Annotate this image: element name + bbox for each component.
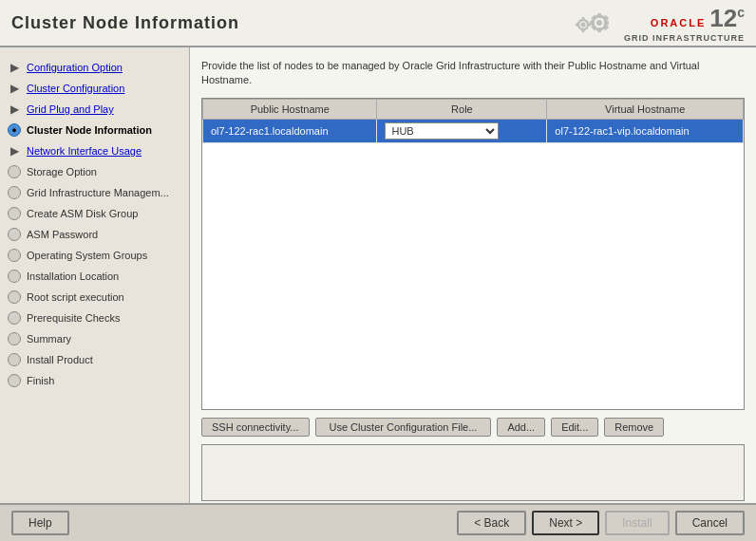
sidebar-item-cluster-configuration[interactable]: ▶ Cluster Configuration <box>0 78 189 99</box>
svg-rect-13 <box>582 28 585 32</box>
nodes-table-container[interactable]: Public Hostname Role Virtual Hostname ol… <box>201 98 745 410</box>
sidebar-item-operating-system-groups: Operating System Groups <box>0 245 189 266</box>
step-indicator-12 <box>8 311 21 325</box>
use-cluster-config-button[interactable]: Use Cluster Configuration File... <box>315 418 492 437</box>
edit-button[interactable]: Edit... <box>551 418 598 437</box>
grid-infrastructure-label: GRID INFRASTRUCTURE <box>624 33 745 43</box>
svg-rect-15 <box>587 24 591 27</box>
sidebar-item-root-script-execution: Root script execution <box>0 287 189 308</box>
cancel-button[interactable]: Cancel <box>675 511 745 535</box>
sidebar-item-summary: Summary <box>0 328 189 349</box>
sidebar-item-network-interface-usage[interactable]: ▶ Network Interface Usage <box>0 140 189 161</box>
install-button[interactable]: Install <box>605 511 669 535</box>
sidebar-item-finish: Finish <box>0 370 189 391</box>
svg-point-1 <box>596 20 602 26</box>
step-indicator-10 <box>8 270 21 283</box>
svg-rect-12 <box>582 17 585 21</box>
next-button[interactable]: Next > <box>532 511 599 535</box>
sidebar: ▶ Configuration Option ▶ Cluster Configu… <box>0 47 190 541</box>
public-hostname-cell: ol7-122-rac1.localdomain <box>203 119 377 142</box>
sidebar-item-installation-location: Installation Location <box>0 266 189 287</box>
arrow-icon-2: ▶ <box>8 82 21 95</box>
table-row[interactable]: ol7-122-rac1.localdomainHUBLEAFol7-122-r… <box>203 119 744 142</box>
sidebar-item-install-product: Install Product <box>0 349 189 370</box>
col-role: Role <box>377 99 547 119</box>
active-step-indicator: ● <box>8 123 21 137</box>
svg-rect-5 <box>604 21 609 25</box>
col-virtual-hostname: Virtual Hostname <box>547 99 744 119</box>
navigation-buttons: < Back Next > Install Cancel <box>457 511 745 535</box>
content-area: Provide the list of nodes to be managed … <box>190 47 756 541</box>
role-cell[interactable]: HUBLEAF <box>377 119 547 142</box>
sidebar-item-configuration-option[interactable]: ▶ Configuration Option <box>0 57 189 78</box>
sidebar-item-asm-password: ASM Password <box>0 224 189 245</box>
page-title: Cluster Node Information <box>11 13 239 33</box>
arrow-icon-3: ▶ <box>8 103 21 116</box>
svg-point-11 <box>581 23 586 28</box>
svg-rect-14 <box>576 24 579 27</box>
step-indicator-15 <box>8 374 21 387</box>
step-indicator-6 <box>8 186 21 199</box>
sidebar-item-grid-plug-and-play[interactable]: ▶ Grid Plug and Play <box>0 99 189 120</box>
header: Cluster Node Information <box>0 0 756 47</box>
help-button[interactable]: Help <box>11 511 69 535</box>
arrow-icon: ▶ <box>8 61 21 74</box>
remove-button[interactable]: Remove <box>604 418 664 437</box>
ssh-connectivity-button[interactable]: SSH connectivity... <box>201 418 310 437</box>
col-public-hostname: Public Hostname <box>203 99 377 119</box>
oracle-label: ORACLE <box>651 17 706 28</box>
step-indicator-13 <box>8 332 21 345</box>
sidebar-item-grid-infrastructure-management: Grid Infrastructure Managem... <box>0 182 189 203</box>
arrow-icon-4: ▶ <box>8 144 21 158</box>
svg-rect-3 <box>597 28 601 32</box>
bottom-bar: Help < Back Next > Install Cancel <box>0 503 756 541</box>
main-container: ▶ Configuration Option ▶ Cluster Configu… <box>0 47 756 541</box>
role-select[interactable]: HUBLEAF <box>385 122 499 140</box>
content-description: Provide the list of nodes to be managed … <box>201 59 745 88</box>
lower-info-panel <box>201 444 745 501</box>
step-indicator-8 <box>8 228 21 241</box>
step-indicator-14 <box>8 353 21 366</box>
add-button[interactable]: Add... <box>497 418 545 437</box>
oracle-logo: ORACLE 12c GRID INFRASTRUCTURE <box>566 4 745 43</box>
step-indicator-11 <box>8 290 21 304</box>
virtual-hostname-cell: ol7-122-rac1-vip.localdomain <box>547 119 744 142</box>
svg-rect-2 <box>597 13 601 18</box>
action-buttons: SSH connectivity... Use Cluster Configur… <box>201 418 745 437</box>
gear-icon <box>566 4 618 42</box>
sidebar-item-prerequisite-checks: Prerequisite Checks <box>0 308 189 328</box>
sidebar-item-create-asm-disk-group: Create ASM Disk Group <box>0 203 189 224</box>
back-button[interactable]: < Back <box>457 511 526 535</box>
sidebar-item-cluster-node-information[interactable]: ● Cluster Node Information <box>0 120 189 140</box>
step-indicator-7 <box>8 207 21 220</box>
sidebar-item-storage-option: Storage Option <box>0 161 189 182</box>
step-indicator-5 <box>8 165 21 178</box>
nodes-table: Public Hostname Role Virtual Hostname ol… <box>202 99 744 143</box>
version-label: 12c <box>709 4 745 33</box>
step-indicator-9 <box>8 249 21 262</box>
